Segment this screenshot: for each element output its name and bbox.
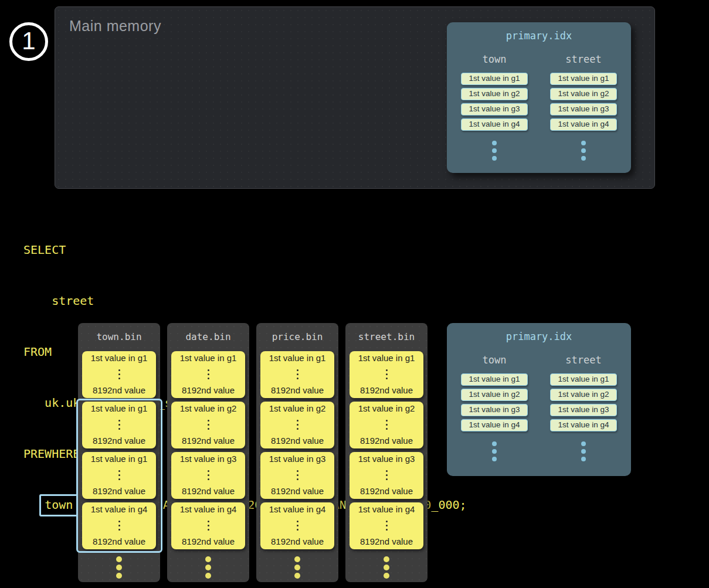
granule-last-value: 8192nd value (182, 486, 235, 496)
granule-first-value: 1st value in g1 (91, 353, 148, 363)
index-entry: 1st value in g1 (461, 373, 528, 386)
granule-first-value: 1st value in g2 (180, 403, 237, 413)
bin-file-title: price.bin (256, 323, 338, 351)
granule-block: 1st value in g3 8192nd value (350, 452, 423, 499)
vertical-ellipsis-icon (297, 419, 298, 431)
granule-last-value: 8192nd value (360, 436, 413, 446)
primary-idx-columns: town 1st value in g1 1st value in g2 1st… (447, 53, 631, 162)
bin-file-title: town.bin (78, 323, 160, 351)
vertical-ellipsis-icon (118, 519, 120, 532)
sql-select-column: street (23, 293, 467, 310)
granule-block: 1st value in g1 8192nd value (260, 351, 334, 398)
index-entry: 1st value in g3 (461, 103, 528, 115)
granule-block: 1st value in g3 8192nd value (260, 452, 334, 499)
bin-file-street: street.bin 1st value in g1 8192nd value … (345, 323, 428, 582)
granule-last-value: 8192nd value (271, 385, 324, 395)
granule-first-value: 1st value in g4 (358, 504, 415, 514)
granule-last-value: 8192nd value (182, 385, 235, 395)
granule-first-value: 1st value in g3 (358, 454, 415, 464)
index-entry: 1st value in g4 (550, 118, 617, 131)
vertical-ellipsis-icon (78, 555, 160, 580)
granule-block: 1st value in g2 8192nd value (260, 402, 334, 448)
granule-last-value: 8192nd value (360, 385, 413, 395)
index-entry: 1st value in g2 (461, 88, 528, 100)
vertical-ellipsis-icon (297, 368, 298, 380)
granule-first-value: 1st value in g4 (91, 504, 148, 514)
granule-last-value: 8192nd value (93, 536, 145, 546)
granule-block: 1st value in g4 8192nd value (260, 502, 334, 549)
vertical-ellipsis-icon (208, 368, 209, 380)
granule-first-value: 1st value in g1 (358, 353, 415, 363)
vertical-ellipsis-icon (492, 440, 497, 463)
primary-idx-town-column: town 1st value in g1 1st value in g2 1st… (459, 53, 530, 162)
bin-file-price: price.bin 1st value in g1 8192nd value 1… (256, 323, 338, 582)
vertical-ellipsis-icon (386, 519, 388, 532)
granule-first-value: 1st value in g2 (358, 403, 415, 413)
main-memory-title: Main memory (69, 18, 161, 35)
index-entry: 1st value in g4 (461, 419, 528, 431)
bin-file-title: date.bin (167, 323, 249, 351)
index-entry: 1st value in g4 (550, 419, 617, 431)
granule-first-value: 1st value in g1 (91, 403, 148, 413)
bin-file-title: street.bin (345, 323, 428, 351)
granule-block: 1st value in g1 8192nd value (82, 452, 156, 499)
primary-idx-town-column: town 1st value in g1 1st value in g2 1st… (459, 354, 530, 463)
primary-idx-title: primary.idx (447, 323, 631, 342)
granule-last-value: 8192nd value (182, 536, 235, 546)
vertical-ellipsis-icon (256, 555, 338, 580)
primary-idx-columns: town 1st value in g1 1st value in g2 1st… (447, 354, 631, 463)
vertical-ellipsis-icon (581, 440, 586, 463)
granule-last-value: 8192nd value (360, 486, 413, 496)
street-column-header: street (565, 354, 601, 366)
vertical-ellipsis-icon (386, 368, 388, 380)
vertical-ellipsis-icon (118, 469, 120, 481)
sql-select-keyword: SELECT (23, 242, 467, 259)
vertical-ellipsis-icon (208, 469, 209, 481)
index-entry: 1st value in g1 (461, 73, 528, 85)
vertical-ellipsis-icon (208, 519, 209, 532)
granule-first-value: 1st value in g2 (269, 403, 326, 413)
index-entry: 1st value in g2 (550, 389, 617, 401)
vertical-ellipsis-icon (386, 419, 388, 431)
granule-block: 1st value in g1 8192nd value (350, 351, 423, 398)
granule-last-value: 8192nd value (93, 385, 145, 395)
town-column-header: town (483, 53, 507, 65)
granule-last-value: 8192nd value (360, 536, 413, 546)
granule-first-value: 1st value in g3 (180, 454, 237, 464)
index-entry: 1st value in g1 (550, 73, 617, 85)
index-entry: 1st value in g3 (550, 103, 617, 115)
granule-last-value: 8192nd value (271, 436, 324, 446)
granule-first-value: 1st value in g3 (269, 454, 326, 464)
vertical-ellipsis-icon (581, 139, 586, 162)
granule-first-value: 1st value in g1 (269, 353, 326, 363)
step-number: 1 (22, 29, 35, 53)
vertical-ellipsis-icon (297, 519, 298, 532)
granule-first-value: 1st value in g1 (180, 353, 237, 363)
index-entry: 1st value in g2 (550, 88, 617, 100)
primary-idx-title: primary.idx (447, 22, 631, 42)
granule-last-value: 8192nd value (271, 486, 324, 496)
town-column-header: town (483, 354, 507, 366)
step-1-badge-icon: 1 (9, 22, 48, 61)
index-entry: 1st value in g2 (461, 389, 528, 401)
granule-block: 1st value in g2 8192nd value (171, 402, 245, 448)
primary-idx-panel-top: primary.idx town 1st value in g1 1st val… (447, 22, 631, 173)
index-entry: 1st value in g3 (550, 404, 617, 416)
granule-block: 1st value in g4 8192nd value (350, 502, 423, 549)
granule-block: 1st value in g4 8192nd value (171, 502, 245, 549)
vertical-ellipsis-icon (118, 419, 120, 431)
index-entry: 1st value in g4 (461, 118, 528, 131)
primary-idx-panel-bottom: primary.idx town 1st value in g1 1st val… (447, 323, 631, 476)
index-entry: 1st value in g1 (550, 373, 617, 386)
granule-first-value: 1st value in g4 (269, 504, 326, 514)
vertical-ellipsis-icon (118, 368, 120, 380)
vertical-ellipsis-icon (492, 139, 497, 162)
vertical-ellipsis-icon (208, 419, 209, 431)
granule-block: 1st value in g1 8192nd value (82, 351, 156, 398)
vertical-ellipsis-icon (297, 469, 298, 481)
street-column-header: street (565, 53, 601, 65)
granule-first-value: 1st value in g1 (91, 454, 148, 464)
primary-idx-street-column: street 1st value in g1 1st value in g2 1… (548, 354, 619, 463)
granule-last-value: 8192nd value (93, 436, 145, 446)
granule-block: 1st value in g3 8192nd value (171, 452, 245, 499)
